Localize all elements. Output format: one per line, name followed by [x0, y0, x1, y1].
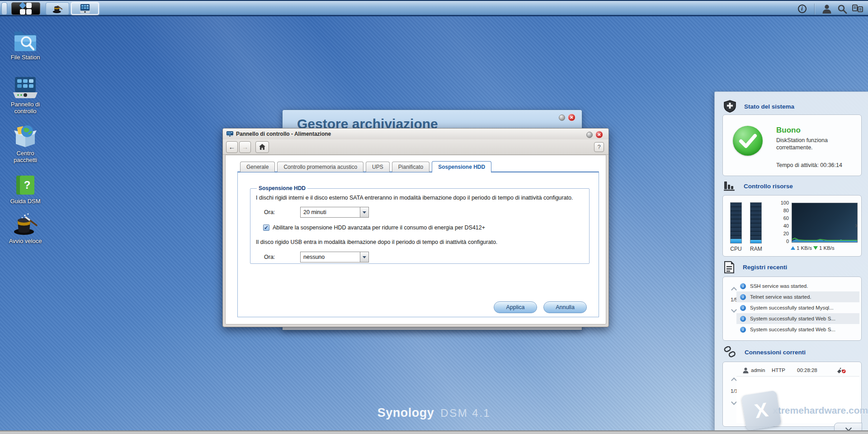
log-row[interactable]: i System successfully started Web S...: [736, 313, 859, 324]
axis-tick: 20: [777, 231, 789, 236]
log-text: System successfully started Web S...: [750, 316, 835, 321]
file-station-icon: [0, 27, 51, 52]
status-ok-icon: [733, 126, 763, 156]
control-panel-icon: [79, 4, 91, 14]
internal-hdd-time-select[interactable]: 20 minuti: [300, 207, 369, 218]
close-icon[interactable]: ✕: [568, 114, 576, 121]
desktop-icon-dsm-help[interactable]: ? Guida DSM: [0, 171, 51, 205]
network-traffic-chart: [792, 203, 858, 243]
desktop-icon-quick-start[interactable]: Avvio veloce: [0, 211, 51, 245]
expand-resource-monitor-icon[interactable]: ›: [855, 221, 858, 230]
advanced-hibernation-checkbox[interactable]: ✓: [263, 224, 269, 231]
search-button[interactable]: [835, 3, 850, 15]
bottom-edge-strip: [0, 430, 868, 434]
chevron-down-icon[interactable]: [360, 207, 368, 217]
dsm-branding: Synology DSM 4.1: [377, 406, 491, 420]
info-icon: i: [740, 283, 746, 289]
logs-page-up-icon[interactable]: [732, 287, 736, 291]
control-panel-icon: [0, 74, 51, 99]
quick-start-icon: [0, 211, 51, 235]
fieldset-legend: Sospensione HDD: [257, 185, 307, 191]
log-row[interactable]: i System successfully started Mysql...: [736, 302, 859, 313]
close-icon[interactable]: ✕: [595, 131, 603, 138]
connections-list-area: [736, 376, 859, 423]
taskbar-separator: [814, 4, 815, 14]
chevron-down-icon[interactable]: [360, 252, 368, 262]
forward-icon[interactable]: →: [239, 141, 251, 153]
synology-logo: Synology: [377, 406, 434, 420]
resource-monitor-header: Controllo risorse: [724, 181, 793, 191]
dialog-titlebar[interactable]: Pannello di controllo - Alimentazione: [223, 129, 609, 139]
apply-button[interactable]: Applica: [494, 301, 537, 313]
tab-ups[interactable]: UPS: [366, 162, 390, 172]
cpu-gauge: [730, 202, 742, 243]
cancel-button[interactable]: Annulla: [543, 301, 587, 313]
status-value: Buono: [776, 126, 801, 135]
status-description-line: correttamente.: [776, 144, 828, 151]
tab-pianificato[interactable]: Pianificato: [392, 162, 429, 172]
desktop-icon-label: Pannello di controllo: [0, 101, 51, 114]
log-text: Telnet service was started.: [750, 294, 811, 300]
pilot-view-button[interactable]: [850, 3, 865, 15]
axis-tick: 60: [777, 215, 789, 221]
help-icon[interactable]: ?: [594, 142, 604, 152]
log-text: System successfully started Web S...: [750, 327, 835, 332]
svg-text:?: ?: [24, 179, 31, 191]
logs-page-down-icon[interactable]: [732, 307, 736, 311]
upload-arrow-icon: [791, 246, 795, 250]
control-panel-mini-icon: [226, 131, 233, 137]
back-icon[interactable]: ←: [226, 141, 238, 153]
minimize-button[interactable]: [559, 114, 565, 121]
connections-page-down-icon[interactable]: [732, 399, 736, 404]
user-icon: [743, 367, 749, 373]
notifications-button[interactable]: i: [794, 3, 810, 15]
taskbar-app-quick-start[interactable]: [46, 2, 69, 15]
user-menu-button[interactable]: [819, 3, 835, 15]
info-icon: i: [740, 294, 746, 300]
connection-row[interactable]: admin HTTP 00:28:28: [736, 365, 859, 376]
ram-gauge: [750, 202, 762, 243]
system-status-box: Buono DiskStation funziona correttamente…: [722, 114, 862, 176]
tab-generale[interactable]: Generale: [240, 162, 275, 172]
minimize-button[interactable]: [586, 132, 593, 138]
log-row[interactable]: i Telnet service was started.: [736, 291, 859, 302]
search-icon: [837, 4, 847, 14]
widget-sidebar: Stato del sistema Buono DiskStation funz…: [714, 91, 868, 430]
taskbar-app-control-panel[interactable]: [71, 2, 99, 15]
log-row[interactable]: i System successfully started Web S...: [736, 324, 859, 335]
axis-tick: 0: [777, 238, 789, 244]
main-menu-button[interactable]: [11, 2, 40, 15]
info-icon: i: [740, 305, 746, 311]
info-icon: i: [740, 327, 746, 333]
desktop-icon-package-center[interactable]: Centro pacchetti: [0, 123, 51, 163]
dsm-version: DSM 4.1: [440, 407, 491, 420]
dialog-toolbar: ← → ?: [223, 139, 609, 155]
chain-link-icon: [724, 346, 736, 358]
desktop-icon-file-station[interactable]: File Station: [0, 27, 51, 61]
upload-rate: 1 KB/s: [797, 245, 812, 251]
widget-title: Registri recenti: [743, 264, 787, 271]
pilot-view-icon: [852, 5, 863, 14]
widget-title: Stato del sistema: [744, 103, 794, 110]
home-icon[interactable]: [255, 141, 269, 153]
connections-box: 1/1 admin HTTP 00:28:28: [722, 362, 862, 427]
dialog-content: Generale Controllo promemoria acustico U…: [225, 155, 606, 324]
axis-tick: 40: [777, 223, 789, 229]
usb-hdd-time-select[interactable]: nessuno: [300, 252, 369, 262]
tab-sospensione-hdd[interactable]: Sospensione HDD: [432, 161, 491, 173]
tab-controllo-promemoria-acustico[interactable]: Controllo promemoria acustico: [277, 162, 363, 172]
log-text: SSH service was started.: [750, 283, 808, 289]
connections-header: Connessioni correnti: [724, 346, 806, 358]
download-arrow-icon: [813, 246, 818, 250]
connections-page-up-icon[interactable]: [732, 377, 736, 382]
log-row[interactable]: i SSH service was started.: [736, 281, 859, 291]
internal-hdd-description: I dischi rigidi interni e il disco ester…: [256, 194, 584, 202]
show-desktop-button[interactable]: [1, 2, 7, 15]
taskbar: i: [0, 0, 868, 16]
desktop: Synology DSM 4.1 File Station: [0, 0, 868, 434]
desktop-icon-control-panel[interactable]: Pannello di controllo: [0, 74, 51, 114]
disconnect-icon[interactable]: [837, 367, 846, 373]
package-center-icon: [0, 123, 51, 148]
quick-start-icon: [52, 4, 63, 14]
dialog-title: Pannello di controllo - Alimentazione: [236, 131, 331, 137]
